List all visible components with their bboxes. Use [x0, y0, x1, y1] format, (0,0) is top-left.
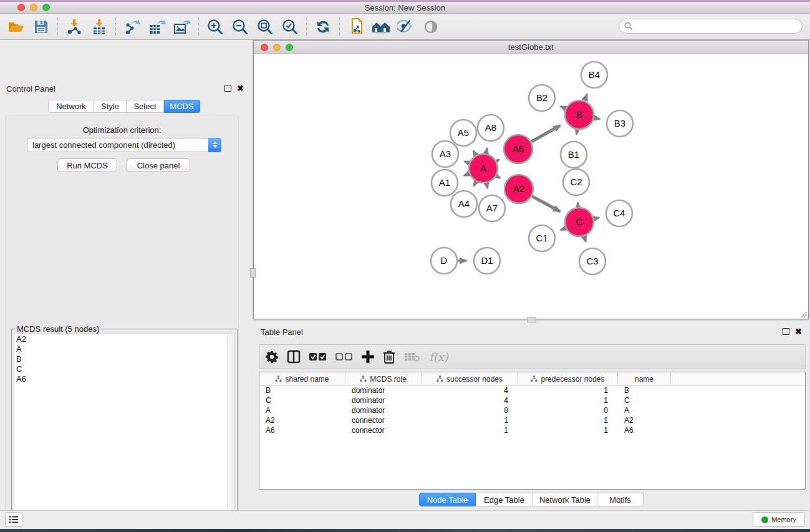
- graph-node-B4[interactable]: B4: [581, 62, 607, 88]
- tab-network-table[interactable]: Network Table: [533, 493, 597, 506]
- column-header-MCDS-role[interactable]: MCDS role: [345, 372, 422, 385]
- table-cell[interactable]: 1: [518, 395, 618, 405]
- graph-node-C[interactable]: C: [565, 208, 594, 236]
- export-network-icon[interactable]: [122, 17, 143, 37]
- close-table-panel-icon[interactable]: ✖: [795, 328, 802, 335]
- network-window-titlebar[interactable]: testGlobe.txt: [254, 41, 808, 54]
- table-cell[interactable]: 1: [422, 415, 518, 425]
- network-overview-icon[interactable]: [345, 17, 367, 37]
- tab-style[interactable]: Style: [94, 100, 127, 113]
- edge-C-C4[interactable]: [594, 218, 599, 219]
- mcds-result-item[interactable]: B: [14, 354, 234, 364]
- delete-column-icon[interactable]: [383, 347, 395, 366]
- graph-node-A6[interactable]: A6: [504, 135, 533, 163]
- optimization-select[interactable]: largest connected component (directed): [27, 138, 221, 152]
- import-network-icon[interactable]: [64, 17, 85, 37]
- table-cell[interactable]: A6: [259, 425, 345, 435]
- task-history-button[interactable]: [5, 512, 22, 527]
- window-resize-grip[interactable]: [799, 309, 808, 318]
- mcds-result-item[interactable]: A2: [14, 334, 234, 344]
- graph-node-B[interactable]: B: [565, 100, 594, 129]
- edge-A-A5[interactable]: [473, 151, 476, 155]
- table-row[interactable]: Cdominator41C: [259, 395, 805, 405]
- zoom-in-icon[interactable]: [205, 17, 226, 37]
- table-cell[interactable]: 0: [518, 405, 618, 415]
- table-cell[interactable]: B: [259, 385, 345, 395]
- graph-node-A[interactable]: A: [469, 154, 498, 183]
- minimize-window-button[interactable]: [30, 4, 37, 11]
- edge-A-A6[interactable]: [496, 160, 499, 161]
- mcds-result-item[interactable]: C: [14, 364, 234, 374]
- zoom-window-button[interactable]: [42, 4, 50, 11]
- save-session-icon[interactable]: [31, 17, 52, 37]
- tab-motifs[interactable]: Motifs: [597, 493, 644, 506]
- zoom-view-button[interactable]: [286, 44, 293, 51]
- table-cell[interactable]: 1: [422, 425, 518, 435]
- table-cell[interactable]: 8: [422, 405, 518, 415]
- zoom-fit-icon[interactable]: [254, 17, 276, 37]
- tab-mcds[interactable]: MCDS: [164, 100, 200, 113]
- edge-B-B2[interactable]: [561, 107, 566, 109]
- network-canvas[interactable]: B4B2BB3A8A5A6A3B1AA1C2A2A4A7C4CC1C3DD1: [254, 54, 808, 319]
- table-cell[interactable]: A: [618, 405, 671, 415]
- minimize-view-button[interactable]: [273, 44, 281, 51]
- add-column-icon[interactable]: [362, 347, 374, 366]
- column-header-predecessor-nodes[interactable]: predecessor nodes: [518, 372, 618, 385]
- table-cell[interactable]: connector: [345, 425, 422, 435]
- float-panel-icon[interactable]: [224, 85, 231, 92]
- graph-node-D1[interactable]: D1: [474, 248, 500, 274]
- left-frame-handle[interactable]: [250, 268, 256, 278]
- edge-A-A4[interactable]: [474, 182, 476, 186]
- graph-node-D[interactable]: D: [431, 248, 457, 274]
- list-scrollbar[interactable]: [227, 335, 234, 532]
- table-cell[interactable]: dominator: [345, 395, 422, 405]
- float-table-panel-icon[interactable]: [783, 328, 789, 335]
- table-cell[interactable]: B: [618, 385, 671, 395]
- settings-icon[interactable]: [266, 347, 278, 366]
- export-image-icon[interactable]: [171, 17, 193, 37]
- edge-A-A2[interactable]: [496, 176, 500, 178]
- graph-node-C1[interactable]: C1: [529, 225, 555, 251]
- bottom-frame-handle[interactable]: [527, 317, 536, 322]
- mcds-result-list[interactable]: A2ABCA6: [14, 334, 235, 532]
- table-row[interactable]: Bdominator41B: [259, 385, 805, 395]
- graph-node-A3[interactable]: A3: [432, 141, 458, 167]
- edge-A-A1[interactable]: [464, 174, 469, 176]
- table-cell[interactable]: A2: [259, 415, 345, 425]
- edge-C-C1[interactable]: [561, 228, 565, 230]
- edge-C-C3[interactable]: [584, 236, 586, 241]
- mcds-result-item[interactable]: A6: [14, 374, 234, 384]
- table-cell[interactable]: dominator: [345, 405, 422, 415]
- tab-edge-table[interactable]: Edge Table: [476, 493, 533, 506]
- column-header-shared-name[interactable]: shared name: [259, 372, 345, 385]
- edge-B-B1[interactable]: [577, 130, 577, 134]
- edge-A2-C[interactable]: [533, 196, 561, 211]
- table-row[interactable]: Adominator80A: [259, 405, 805, 415]
- close-panel-icon[interactable]: ✖: [237, 85, 244, 92]
- network-graph[interactable]: B4B2BB3A8A5A6A3B1AA1C2A2A4A7C4CC1C3DD1: [254, 54, 808, 319]
- birdseye-icon[interactable]: [420, 17, 441, 37]
- graph-node-C2[interactable]: C2: [563, 169, 589, 195]
- memory-button[interactable]: Memory: [753, 512, 805, 527]
- zoom-out-icon[interactable]: [229, 17, 251, 37]
- tab-select[interactable]: Select: [127, 100, 164, 113]
- table-cell[interactable]: A: [259, 405, 345, 415]
- graph-node-C3[interactable]: C3: [579, 248, 605, 274]
- table-cell[interactable]: 4: [422, 385, 518, 395]
- graph-node-C4[interactable]: C4: [606, 200, 632, 226]
- zoom-selected-icon[interactable]: [279, 17, 301, 37]
- graph-node-B3[interactable]: B3: [607, 110, 633, 137]
- open-session-icon[interactable]: [6, 17, 27, 37]
- edge-B-B3[interactable]: [594, 118, 600, 119]
- mcds-result-item[interactable]: A: [14, 344, 234, 354]
- close-window-button[interactable]: [17, 4, 25, 11]
- graph-node-B2[interactable]: B2: [529, 85, 555, 111]
- select-all-columns-icon[interactable]: [309, 347, 327, 366]
- edge-C-C2[interactable]: [578, 203, 579, 207]
- column-header-successor-nodes[interactable]: successor nodes: [422, 372, 518, 385]
- graph-node-A1[interactable]: A1: [432, 170, 458, 196]
- table-row[interactable]: A6connector11A6: [259, 425, 805, 435]
- search-input[interactable]: [633, 20, 802, 32]
- table-cell[interactable]: 1: [518, 425, 618, 435]
- export-table-icon[interactable]: [147, 17, 168, 37]
